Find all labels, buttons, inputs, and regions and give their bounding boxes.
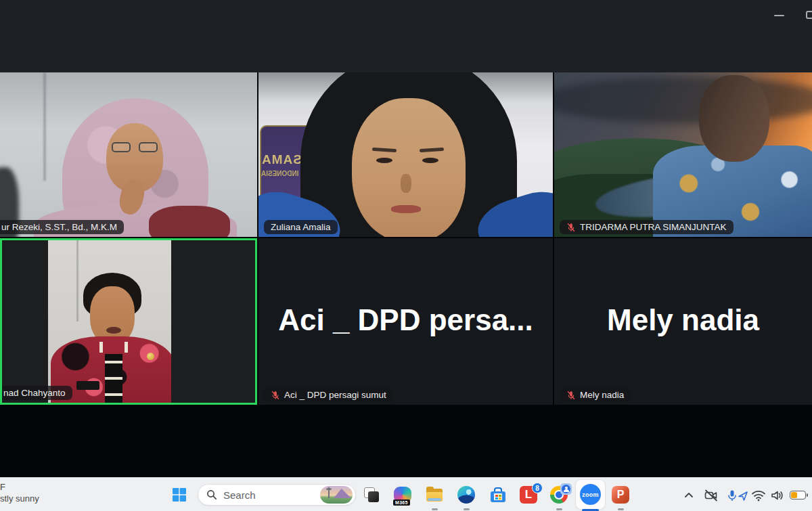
start-button[interactable]: [171, 486, 188, 504]
participant-display-name: Mely nadia: [554, 303, 812, 337]
maximize-icon[interactable]: [806, 11, 812, 19]
muted-mic-icon: [566, 391, 576, 400]
m365-copilot-button[interactable]: M365: [394, 486, 411, 504]
powerpoint-icon: P: [612, 486, 629, 504]
participant-name: Zuliana Amalia: [271, 222, 331, 232]
participant-name: ur Rezeki, S.ST., Bd., M.K.M: [1, 222, 117, 232]
search-icon: [206, 489, 217, 500]
m365-badge: M365: [393, 499, 410, 506]
zoom-icon: zoom: [580, 484, 601, 505]
running-indicator: [432, 508, 438, 510]
search-placeholder: Search: [223, 489, 320, 501]
participant-name: TRIDARMA PUTRA SIMANJUNTAK: [580, 222, 727, 232]
window-titlebar: [0, 0, 812, 72]
video-tile-rezeki[interactable]: ur Rezeki, S.ST., Bd., M.K.M: [0, 72, 257, 237]
participant-video-art: [48, 240, 171, 403]
windows-logo-icon: [172, 487, 187, 502]
notification-badge: 8: [532, 483, 543, 493]
video-tile-aci[interactable]: Aci _ DPD persa... Aci _ DPD persagi sum…: [258, 238, 553, 405]
name-tag: Zuliana Amalia: [264, 220, 338, 234]
name-tag: nad Chahyanto: [2, 386, 72, 400]
l-app-icon: L: [525, 488, 532, 502]
participant-name: Mely nadia: [580, 390, 624, 400]
edge-icon: [457, 486, 475, 504]
wifi-icon[interactable]: [751, 488, 766, 503]
name-tag: ur Rezeki, S.ST., Bd., M.K.M: [0, 220, 124, 234]
file-explorer-button[interactable]: [426, 486, 443, 504]
zoom-app-button[interactable]: zoom: [576, 480, 605, 509]
volume-icon[interactable]: [770, 488, 785, 503]
chrome-meeting-badge: [560, 483, 572, 495]
search-input[interactable]: Search: [198, 484, 356, 506]
video-tile-tridarma[interactable]: TRIDARMA PUTRA SIMANJUNTAK: [554, 72, 812, 237]
battery-icon[interactable]: [790, 491, 806, 499]
zoom-meeting-window: ur Rezeki, S.ST., Bd., M.K.M BERSAMA IND…: [0, 0, 812, 511]
name-tag: Mely nadia: [560, 388, 631, 402]
minimize-icon[interactable]: [774, 15, 784, 16]
windows-taskbar: F stly sunny Search: [0, 477, 812, 511]
muted-mic-icon: [566, 223, 576, 232]
running-indicator: [464, 508, 470, 510]
microsoft-store-button[interactable]: [489, 486, 507, 504]
video-tile-mely[interactable]: Mely nadia Mely nadia: [554, 238, 812, 405]
powerpoint-button[interactable]: P: [612, 486, 629, 504]
muted-mic-icon: [271, 391, 280, 400]
task-view-button[interactable]: [363, 486, 380, 504]
edge-button[interactable]: [457, 486, 475, 504]
location-in-use-icon[interactable]: [736, 488, 750, 503]
participant-name: Aci _ DPD persagi sumut: [284, 390, 386, 400]
name-tag: Aci _ DPD persagi sumut: [264, 388, 393, 402]
video-tile-chahyanto-active-speaker[interactable]: nad Chahyanto: [0, 238, 257, 405]
weather-widget[interactable]: F stly sunny: [0, 481, 39, 504]
running-indicator: [556, 508, 562, 510]
camera-off-icon[interactable]: [704, 488, 719, 503]
tray-chevron-up-icon[interactable]: [681, 488, 696, 503]
weather-condition: stly sunny: [0, 493, 39, 504]
participant-display-name: Aci _ DPD persa...: [258, 303, 553, 337]
running-indicator: [618, 508, 624, 510]
name-tag: TRIDARMA PUTRA SIMANJUNTAK: [560, 220, 734, 234]
participant-name: nad Chahyanto: [3, 388, 66, 398]
video-tile-zuliana[interactable]: BERSAMA INDONESIA Zuliana Amalia: [258, 72, 553, 237]
weather-temperature: F: [0, 481, 39, 493]
bing-daily-image[interactable]: [320, 486, 353, 504]
